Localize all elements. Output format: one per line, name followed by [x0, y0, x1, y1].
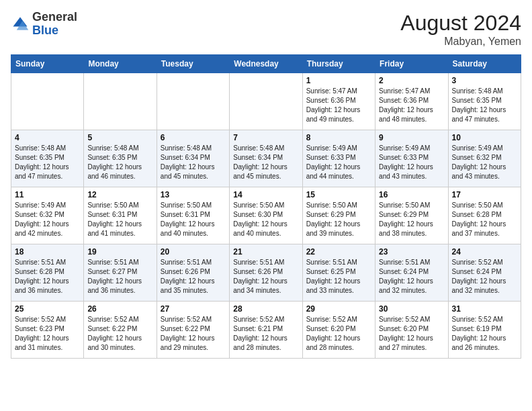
day-number: 12: [87, 190, 152, 199]
day-number: 15: [306, 190, 371, 199]
calendar-cell: 22Sunrise: 5:51 AM Sunset: 6:25 PM Dayli…: [302, 244, 375, 302]
day-detail: Sunrise: 5:52 AM Sunset: 6:22 PM Dayligh…: [87, 315, 152, 353]
day-of-week-header: Sunday: [11, 55, 84, 73]
day-detail: Sunrise: 5:48 AM Sunset: 6:35 PM Dayligh…: [87, 144, 152, 181]
day-number: 26: [87, 304, 152, 314]
day-number: 31: [452, 304, 517, 314]
calendar-cell: [11, 73, 84, 130]
calendar-cell: 18Sunrise: 5:51 AM Sunset: 6:28 PM Dayli…: [11, 244, 84, 302]
calendar-cell: 19Sunrise: 5:51 AM Sunset: 6:27 PM Dayli…: [84, 244, 157, 302]
calendar-cell: 5Sunrise: 5:48 AM Sunset: 6:35 PM Daylig…: [84, 130, 157, 187]
day-number: 1: [306, 76, 371, 85]
day-detail: Sunrise: 5:48 AM Sunset: 6:35 PM Dayligh…: [15, 144, 80, 181]
calendar-body: 1Sunrise: 5:47 AM Sunset: 6:36 PM Daylig…: [11, 73, 521, 359]
day-detail: Sunrise: 5:49 AM Sunset: 6:33 PM Dayligh…: [379, 144, 444, 181]
day-detail: Sunrise: 5:47 AM Sunset: 6:36 PM Dayligh…: [379, 87, 444, 124]
day-number: 20: [161, 247, 226, 257]
calendar-cell: 13Sunrise: 5:50 AM Sunset: 6:31 PM Dayli…: [157, 187, 229, 244]
day-detail: Sunrise: 5:48 AM Sunset: 6:34 PM Dayligh…: [233, 144, 298, 181]
day-detail: Sunrise: 5:52 AM Sunset: 6:22 PM Dayligh…: [161, 315, 226, 353]
calendar-table: SundayMondayTuesdayWednesdayThursdayFrid…: [11, 54, 521, 359]
day-detail: Sunrise: 5:51 AM Sunset: 6:27 PM Dayligh…: [87, 258, 152, 295]
day-number: 21: [233, 247, 298, 257]
calendar-week-row: 1Sunrise: 5:47 AM Sunset: 6:36 PM Daylig…: [11, 73, 521, 130]
day-of-week-header: Tuesday: [157, 55, 229, 73]
day-of-week-header: Friday: [375, 55, 448, 73]
day-detail: Sunrise: 5:50 AM Sunset: 6:29 PM Dayligh…: [306, 201, 371, 238]
day-detail: Sunrise: 5:49 AM Sunset: 6:32 PM Dayligh…: [452, 144, 517, 181]
day-detail: Sunrise: 5:52 AM Sunset: 6:19 PM Dayligh…: [452, 315, 517, 353]
day-detail: Sunrise: 5:48 AM Sunset: 6:34 PM Dayligh…: [161, 144, 226, 181]
day-number: 22: [306, 247, 371, 257]
location: Mabyan, Yemen: [400, 36, 521, 48]
day-detail: Sunrise: 5:48 AM Sunset: 6:35 PM Dayligh…: [452, 87, 517, 124]
calendar-cell: [230, 73, 302, 130]
day-detail: Sunrise: 5:50 AM Sunset: 6:31 PM Dayligh…: [161, 201, 226, 238]
day-detail: Sunrise: 5:52 AM Sunset: 6:21 PM Dayligh…: [233, 315, 298, 353]
calendar-cell: 7Sunrise: 5:48 AM Sunset: 6:34 PM Daylig…: [230, 130, 302, 187]
title-block: August 2024 Mabyan, Yemen: [400, 11, 521, 48]
day-detail: Sunrise: 5:51 AM Sunset: 6:24 PM Dayligh…: [379, 258, 444, 295]
day-detail: Sunrise: 5:50 AM Sunset: 6:29 PM Dayligh…: [379, 201, 444, 238]
calendar-cell: 1Sunrise: 5:47 AM Sunset: 6:36 PM Daylig…: [302, 73, 375, 130]
calendar-cell: 16Sunrise: 5:50 AM Sunset: 6:29 PM Dayli…: [375, 187, 448, 244]
calendar-cell: 21Sunrise: 5:51 AM Sunset: 6:26 PM Dayli…: [230, 244, 302, 302]
logo-icon: [11, 15, 30, 34]
day-number: 16: [379, 190, 444, 199]
day-of-week-header: Saturday: [448, 55, 521, 73]
calendar-cell: 15Sunrise: 5:50 AM Sunset: 6:29 PM Dayli…: [302, 187, 375, 244]
calendar-cell: [157, 73, 229, 130]
day-number: 28: [233, 304, 298, 314]
day-number: 7: [233, 133, 298, 142]
calendar-cell: 29Sunrise: 5:52 AM Sunset: 6:20 PM Dayli…: [302, 302, 375, 359]
calendar-cell: 14Sunrise: 5:50 AM Sunset: 6:30 PM Dayli…: [230, 187, 302, 244]
calendar-cell: 3Sunrise: 5:48 AM Sunset: 6:35 PM Daylig…: [448, 73, 521, 130]
calendar-cell: 26Sunrise: 5:52 AM Sunset: 6:22 PM Dayli…: [84, 302, 157, 359]
day-detail: Sunrise: 5:51 AM Sunset: 6:26 PM Dayligh…: [233, 258, 298, 295]
calendar-week-row: 11Sunrise: 5:49 AM Sunset: 6:32 PM Dayli…: [11, 187, 521, 244]
calendar-cell: 4Sunrise: 5:48 AM Sunset: 6:35 PM Daylig…: [11, 130, 84, 187]
day-detail: Sunrise: 5:50 AM Sunset: 6:30 PM Dayligh…: [233, 201, 298, 238]
calendar-cell: 31Sunrise: 5:52 AM Sunset: 6:19 PM Dayli…: [448, 302, 521, 359]
calendar-cell: 30Sunrise: 5:52 AM Sunset: 6:20 PM Dayli…: [375, 302, 448, 359]
day-number: 25: [15, 304, 80, 314]
calendar-cell: 17Sunrise: 5:50 AM Sunset: 6:28 PM Dayli…: [448, 187, 521, 244]
calendar-week-row: 4Sunrise: 5:48 AM Sunset: 6:35 PM Daylig…: [11, 130, 521, 187]
day-detail: Sunrise: 5:49 AM Sunset: 6:33 PM Dayligh…: [306, 144, 371, 181]
day-detail: Sunrise: 5:49 AM Sunset: 6:32 PM Dayligh…: [15, 201, 80, 238]
day-of-week-header: Monday: [84, 55, 157, 73]
calendar-cell: 11Sunrise: 5:49 AM Sunset: 6:32 PM Dayli…: [11, 187, 84, 244]
day-number: 2: [379, 76, 444, 85]
calendar-cell: 2Sunrise: 5:47 AM Sunset: 6:36 PM Daylig…: [375, 73, 448, 130]
calendar-cell: 6Sunrise: 5:48 AM Sunset: 6:34 PM Daylig…: [157, 130, 229, 187]
day-number: 24: [452, 247, 517, 257]
calendar-cell: 10Sunrise: 5:49 AM Sunset: 6:32 PM Dayli…: [448, 130, 521, 187]
day-detail: Sunrise: 5:51 AM Sunset: 6:25 PM Dayligh…: [306, 258, 371, 295]
day-detail: Sunrise: 5:51 AM Sunset: 6:28 PM Dayligh…: [15, 258, 80, 295]
calendar-cell: 27Sunrise: 5:52 AM Sunset: 6:22 PM Dayli…: [157, 302, 229, 359]
logo-general: General: [32, 10, 77, 24]
day-detail: Sunrise: 5:52 AM Sunset: 6:23 PM Dayligh…: [15, 315, 80, 353]
day-of-week-header: Thursday: [302, 55, 375, 73]
calendar-cell: [84, 73, 157, 130]
logo-text: General Blue: [32, 11, 77, 38]
day-detail: Sunrise: 5:52 AM Sunset: 6:20 PM Dayligh…: [379, 315, 444, 353]
day-number: 5: [87, 133, 152, 142]
calendar-week-row: 25Sunrise: 5:52 AM Sunset: 6:23 PM Dayli…: [11, 302, 521, 359]
calendar-header-row: SundayMondayTuesdayWednesdayThursdayFrid…: [11, 55, 521, 73]
day-number: 18: [15, 247, 80, 257]
day-detail: Sunrise: 5:50 AM Sunset: 6:28 PM Dayligh…: [452, 201, 517, 238]
calendar-cell: 24Sunrise: 5:52 AM Sunset: 6:24 PM Dayli…: [448, 244, 521, 302]
day-detail: Sunrise: 5:52 AM Sunset: 6:24 PM Dayligh…: [452, 258, 517, 295]
calendar-cell: 28Sunrise: 5:52 AM Sunset: 6:21 PM Dayli…: [230, 302, 302, 359]
day-detail: Sunrise: 5:52 AM Sunset: 6:20 PM Dayligh…: [306, 315, 371, 353]
day-number: 3: [452, 76, 517, 85]
calendar-cell: 8Sunrise: 5:49 AM Sunset: 6:33 PM Daylig…: [302, 130, 375, 187]
day-number: 9: [379, 133, 444, 142]
day-number: 8: [306, 133, 371, 142]
day-number: 30: [379, 304, 444, 314]
calendar-cell: 23Sunrise: 5:51 AM Sunset: 6:24 PM Dayli…: [375, 244, 448, 302]
logo: General Blue: [11, 11, 77, 38]
page-header: General Blue August 2024 Mabyan, Yemen: [11, 11, 521, 48]
calendar-cell: 20Sunrise: 5:51 AM Sunset: 6:26 PM Dayli…: [157, 244, 229, 302]
